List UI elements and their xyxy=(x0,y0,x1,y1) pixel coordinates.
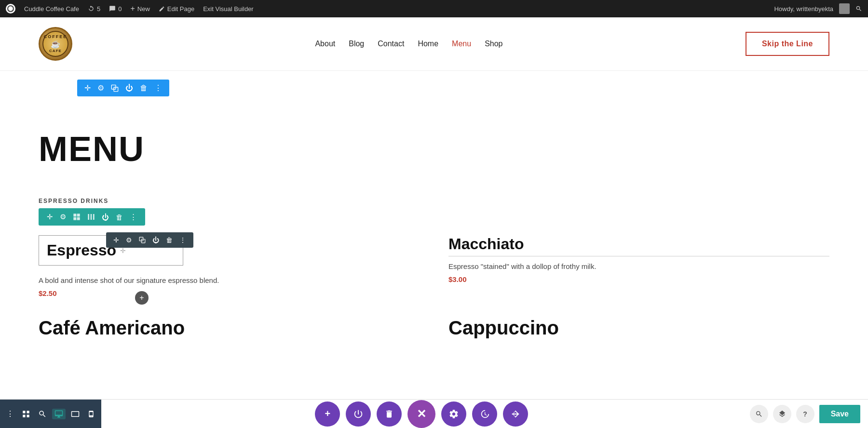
nav-contact[interactable]: Contact xyxy=(378,40,404,48)
menu-item-macchiato: Macchiato Espresso "stained" with a doll… xyxy=(448,235,829,298)
user-avatar[interactable] xyxy=(839,3,850,14)
wp-logo[interactable] xyxy=(6,4,15,13)
logo-area: COFFEE ☕ CAFE xyxy=(39,27,72,61)
page-content: MENU ESPRESSO DRINKS ✛ ⚙ ⏻ 🗑 ⋮ ✛ xyxy=(0,100,868,360)
revisions[interactable]: 5 xyxy=(88,5,100,13)
svg-rect-7 xyxy=(88,214,89,220)
cappuccino-name: Cappuccino xyxy=(448,317,829,339)
svg-rect-6 xyxy=(77,217,80,220)
section-toolbar: ✛ ⚙ ⏻ 🗑 ⋮ xyxy=(39,208,145,226)
espresso-desc: A bold and intense shot of our signature… xyxy=(39,275,420,286)
svg-point-0 xyxy=(8,6,14,12)
new-button[interactable]: + New xyxy=(130,4,149,13)
section-settings-btn[interactable]: ⚙ xyxy=(57,212,68,222)
nav-menu[interactable]: Menu xyxy=(452,40,471,48)
section-more-btn[interactable]: ⋮ xyxy=(127,212,139,222)
row-disable-btn[interactable]: ⏻ xyxy=(123,83,136,94)
menu-grid: ✛ ⚙ ⏻ 🗑 ⋮ Espresso ✛ + A bold and intens… xyxy=(39,235,829,360)
nav-about[interactable]: About xyxy=(315,40,335,48)
row-settings-btn[interactable]: ⚙ xyxy=(95,82,107,94)
item-disable-btn[interactable]: ⏻ xyxy=(150,235,162,245)
section-delete-btn[interactable]: 🗑 xyxy=(113,212,125,222)
row-move-btn[interactable]: ✛ xyxy=(82,82,93,94)
svg-rect-8 xyxy=(91,214,92,220)
item-settings-btn[interactable]: ⚙ xyxy=(123,235,135,245)
row-more-btn[interactable]: ⋮ xyxy=(152,82,164,94)
admin-bar-right: Howdy, writtenbyekta xyxy=(774,3,862,14)
espresso-add-btn[interactable]: + xyxy=(135,291,149,305)
nav-blog[interactable]: Blog xyxy=(349,40,364,48)
section-label: ESPRESSO DRINKS xyxy=(39,198,829,204)
nav-home[interactable]: Home xyxy=(418,40,438,48)
nav-shop[interactable]: Shop xyxy=(485,40,502,48)
site-name[interactable]: Cuddle Coffee Cafe xyxy=(24,5,79,13)
row-delete-btn[interactable]: 🗑 xyxy=(137,83,150,94)
section-layout-btn[interactable] xyxy=(70,212,83,222)
admin-bar: Cuddle Coffee Cafe 5 0 + New Edit Page E… xyxy=(0,0,868,17)
search-icon[interactable] xyxy=(855,5,862,12)
comments[interactable]: 0 xyxy=(109,5,122,13)
section-columns-btn[interactable] xyxy=(85,212,97,222)
macchiato-name: Macchiato xyxy=(448,235,829,253)
svg-rect-3 xyxy=(73,214,76,216)
edit-page-button[interactable]: Edit Page xyxy=(159,5,194,13)
row-toolbar: ✛ ⚙ ⏻ 🗑 ⋮ xyxy=(77,80,169,96)
site-logo: COFFEE ☕ CAFE xyxy=(39,27,72,61)
menu-item-americano: Café Americano xyxy=(39,317,420,341)
site-header: COFFEE ☕ CAFE About Blog Contact Home Me… xyxy=(0,17,868,71)
svg-rect-4 xyxy=(77,214,80,216)
macchiato-desc: Espresso "stained" with a dollop of frot… xyxy=(448,261,829,272)
skip-line-button[interactable]: Skip the Line xyxy=(746,32,829,56)
row-toolbar-wrapper: ✛ ⚙ ⏻ 🗑 ⋮ xyxy=(39,76,868,100)
wordpress-icon xyxy=(6,4,15,13)
item-duplicate-btn[interactable] xyxy=(136,236,148,244)
page-wrapper: COFFEE ☕ CAFE About Blog Contact Home Me… xyxy=(0,17,868,360)
item-move-btn[interactable]: ✛ xyxy=(111,235,122,245)
howdy-text: Howdy, writtenbyekta xyxy=(774,5,833,13)
site-nav: About Blog Contact Home Menu Shop xyxy=(315,40,502,48)
item-delete-btn[interactable]: 🗑 xyxy=(163,235,175,245)
item-more-btn[interactable]: ⋮ xyxy=(177,235,189,245)
menu-item-espresso: ✛ ⚙ ⏻ 🗑 ⋮ Espresso ✛ + A bold and intens… xyxy=(39,235,420,298)
item-edit-toolbar-espresso: ✛ ⚙ ⏻ 🗑 ⋮ xyxy=(106,232,193,248)
menu-item-cappuccino: Cappuccino xyxy=(448,317,829,341)
americano-name: Café Americano xyxy=(39,317,420,339)
svg-rect-5 xyxy=(73,217,76,220)
svg-rect-9 xyxy=(93,214,95,220)
section-move-btn[interactable]: ✛ xyxy=(44,212,55,222)
exit-builder-button[interactable]: Exit Visual Builder xyxy=(203,5,254,13)
page-title: MENU xyxy=(39,129,829,169)
macchiato-price: $3.00 xyxy=(448,275,467,283)
espresso-price: $2.50 xyxy=(39,289,57,297)
macchiato-divider xyxy=(448,256,829,256)
row-duplicate-btn[interactable] xyxy=(108,83,121,93)
section-disable-btn[interactable]: ⏻ xyxy=(99,212,111,222)
logo-inner: COFFEE ☕ CAFE xyxy=(42,31,68,57)
